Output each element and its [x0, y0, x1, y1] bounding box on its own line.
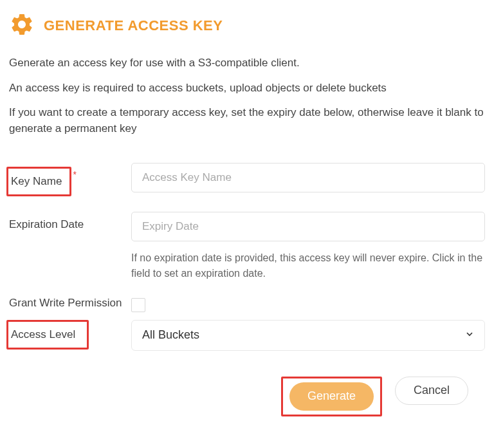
- description-line-2: An access key is required to access buck…: [9, 80, 485, 97]
- generate-highlight: Generate: [281, 377, 382, 416]
- grant-write-checkbox[interactable]: [131, 298, 145, 312]
- grant-write-row: Grant Write Permission: [9, 297, 485, 312]
- expiration-date-label: Expiration Date: [9, 212, 131, 231]
- cancel-button[interactable]: Cancel: [395, 377, 468, 405]
- expiration-date-input[interactable]: [131, 212, 485, 241]
- access-level-label: Access Level: [11, 328, 75, 341]
- access-level-label-wrap: Access Level: [9, 320, 131, 350]
- grant-write-field-wrap: [131, 297, 485, 312]
- key-name-input[interactable]: [131, 163, 485, 192]
- generate-button[interactable]: Generate: [289, 382, 374, 411]
- key-name-label-wrap: Key Name *: [9, 163, 131, 196]
- key-name-label: Key Name: [11, 175, 62, 187]
- access-level-selected-value: All Buckets: [142, 328, 199, 342]
- page-header: GENERATE ACCESS KEY: [9, 12, 485, 40]
- access-level-row: Access Level All Buckets: [9, 320, 485, 351]
- grant-write-label: Grant Write Permission: [9, 297, 131, 310]
- button-row: Generate Cancel: [9, 377, 485, 416]
- access-level-select[interactable]: All Buckets: [131, 320, 485, 351]
- key-name-highlight: Key Name: [6, 167, 71, 196]
- access-level-select-wrap: All Buckets: [131, 320, 485, 351]
- required-star-icon: *: [73, 169, 76, 180]
- description-line-1: Generate an access key for use with a S3…: [9, 55, 485, 71]
- key-name-row: Key Name *: [9, 163, 485, 196]
- access-level-field-wrap: All Buckets: [131, 320, 485, 351]
- expiration-date-row: Expiration Date If no expiration date is…: [9, 212, 485, 281]
- gear-icon: [9, 12, 35, 40]
- expiration-help-text: If no expiration date is provided, this …: [131, 250, 485, 281]
- description-line-3: If you want to create a temporary access…: [9, 105, 485, 136]
- access-level-highlight: Access Level: [6, 320, 89, 350]
- page-title: GENERATE ACCESS KEY: [44, 17, 223, 34]
- key-name-field-wrap: [131, 163, 485, 192]
- expiration-date-field-wrap: If no expiration date is provided, this …: [131, 212, 485, 281]
